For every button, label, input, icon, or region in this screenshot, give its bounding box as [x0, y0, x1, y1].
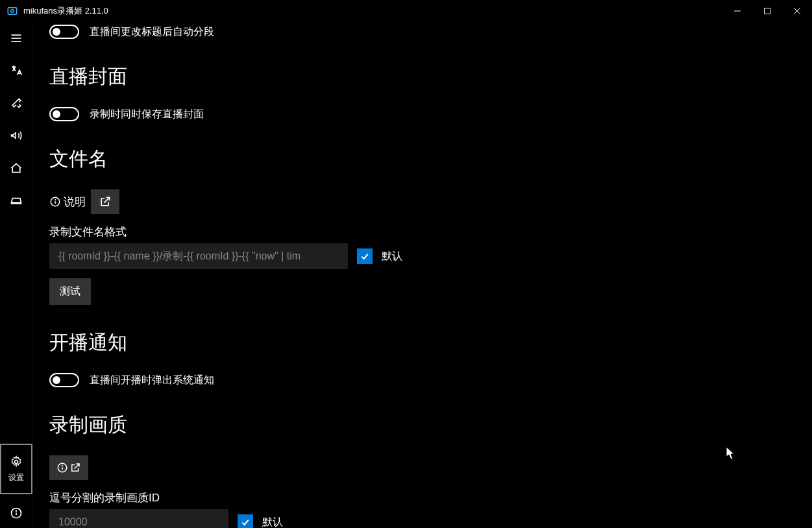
notify-label: 直播间开播时弹出系统通知 [90, 374, 214, 387]
announce-icon[interactable] [0, 119, 32, 152]
home-icon[interactable] [0, 152, 32, 184]
external-link-icon [69, 462, 81, 474]
window-title: mikufans录播姬 2.11.0 [23, 5, 108, 17]
titlebar: mikufans录播姬 2.11.0 [0, 0, 812, 22]
section-cover: 直播封面 录制时同时保存直播封面 [49, 64, 795, 121]
section-filename: 文件名 说明 录制文件名格式 默认 测试 [49, 146, 795, 305]
sidebar-item-label: 设置 [8, 472, 24, 483]
auto-split-label: 直播间更改标题后自动分段 [90, 25, 214, 39]
drive-icon[interactable] [0, 184, 32, 217]
close-button[interactable] [782, 0, 812, 22]
maximize-button[interactable] [752, 0, 782, 22]
desc-label: 说明 [49, 195, 86, 210]
filename-format-input[interactable] [49, 243, 348, 269]
test-button[interactable]: 测试 [49, 278, 91, 305]
svg-point-12 [16, 510, 17, 511]
info-circle-icon [49, 196, 61, 208]
section-heading: 文件名 [49, 146, 795, 173]
external-link-icon [99, 195, 112, 208]
hamburger-menu-icon[interactable] [0, 22, 32, 54]
save-cover-toggle[interactable] [49, 107, 79, 121]
sidebar: 设置 [0, 22, 32, 528]
window-controls [722, 0, 812, 22]
section-heading: 录制画质 [49, 412, 795, 438]
default-label: 默认 [262, 516, 283, 529]
auto-split-toggle[interactable] [49, 25, 79, 39]
check-icon [360, 251, 370, 261]
svg-point-15 [55, 200, 56, 200]
translate-icon[interactable] [0, 54, 32, 87]
svg-rect-0 [8, 8, 17, 15]
svg-point-18 [62, 466, 63, 466]
quality-info-button[interactable] [49, 455, 88, 480]
quality-ids-input[interactable] [49, 509, 228, 528]
quality-ids-label: 逗号分割的录制画质ID [49, 490, 795, 505]
section-heading: 直播封面 [49, 64, 795, 90]
notify-toggle[interactable] [49, 373, 79, 387]
svg-rect-3 [765, 8, 770, 14]
open-external-button[interactable] [91, 189, 119, 214]
filename-format-label: 录制文件名格式 [49, 224, 795, 239]
default-label: 默认 [382, 250, 402, 263]
section-heading: 开播通知 [49, 330, 795, 356]
filename-default-checkbox[interactable] [357, 248, 373, 264]
toolbox-icon[interactable] [0, 87, 32, 119]
section-quality: 录制画质 逗号分割的录制画质ID 默认 [49, 412, 795, 528]
settings-content[interactable]: 直播间更改标题后自动分段 直播封面 录制时同时保存直播封面 文件名 说明 [32, 22, 812, 528]
gear-icon [10, 455, 23, 468]
sidebar-item-settings[interactable]: 设置 [0, 444, 32, 494]
info-icon[interactable] [0, 498, 32, 528]
app-icon [6, 5, 18, 17]
quality-default-checkbox[interactable] [238, 514, 253, 528]
svg-point-9 [15, 460, 18, 463]
svg-point-1 [11, 10, 14, 13]
minimize-button[interactable] [722, 0, 752, 22]
section-notify: 开播通知 直播间开播时弹出系统通知 [49, 330, 795, 387]
save-cover-label: 录制时同时保存直播封面 [90, 108, 204, 121]
info-circle-icon [56, 462, 68, 474]
check-icon [240, 517, 251, 527]
